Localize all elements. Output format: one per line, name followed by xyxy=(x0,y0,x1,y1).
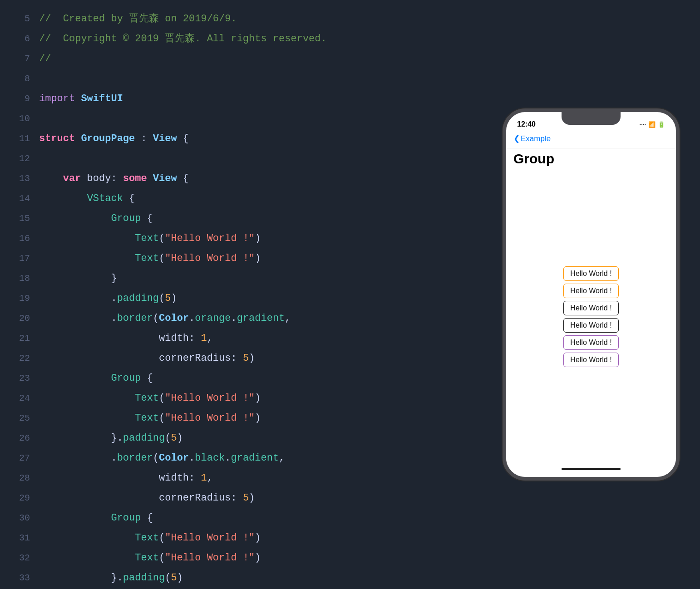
code-token: ) xyxy=(171,293,177,304)
code-line: 16 Text("Hello World !") xyxy=(14,229,468,249)
code-token: . xyxy=(39,293,117,304)
code-token: ( xyxy=(159,393,165,404)
code-line: 21 width: 1, xyxy=(14,329,468,348)
code-token: }. xyxy=(39,572,123,584)
code-token: . xyxy=(39,313,117,324)
home-bar xyxy=(506,464,676,477)
hello-world-box: Hello World ! xyxy=(563,301,618,315)
code-token: . xyxy=(231,313,237,324)
line-content: // xyxy=(39,49,51,69)
code-line: 27 .border(Color.black.gradient, xyxy=(14,448,468,468)
code-token: View xyxy=(153,133,177,144)
line-content: .border(Color.orange.gradient, xyxy=(39,309,291,329)
line-number: 11 xyxy=(14,129,30,149)
code-token: Group xyxy=(111,512,141,524)
code-token: VStack xyxy=(87,193,123,204)
phone-notch xyxy=(562,112,621,125)
code-token xyxy=(39,213,111,224)
line-content: .padding(5) xyxy=(39,289,177,309)
code-token: ) xyxy=(255,233,261,244)
line-content: Text("Hello World !") xyxy=(39,528,261,548)
line-content: Text("Hello World !") xyxy=(39,388,261,408)
code-line: 15 Group { xyxy=(14,209,468,229)
code-token: , xyxy=(207,333,213,344)
wifi-icon: 📶 xyxy=(648,121,656,128)
code-line: 9import SwiftUI xyxy=(14,89,468,109)
phone-screen: 12:40 ···· 📶 🔋 ❮ Example Group Hello Wor… xyxy=(506,112,676,477)
code-token: ) xyxy=(255,532,261,544)
line-number: 6 xyxy=(14,29,30,49)
line-content: Text("Hello World !") xyxy=(39,408,261,428)
code-token xyxy=(39,233,135,244)
code-token: ( xyxy=(165,572,171,584)
chevron-left-icon: ❮ xyxy=(513,134,520,143)
line-number: 14 xyxy=(14,189,30,209)
code-token: ( xyxy=(165,432,171,444)
code-token: Text xyxy=(135,532,159,544)
code-token: width: xyxy=(39,333,201,344)
code-token xyxy=(39,532,135,544)
code-token: 5 xyxy=(171,572,177,584)
line-content: var body: some View { xyxy=(39,169,189,189)
code-token: 5 xyxy=(165,293,171,304)
line-number: 12 xyxy=(14,149,30,169)
code-token: Text xyxy=(135,393,159,404)
code-line: 24 Text("Hello World !") xyxy=(14,388,468,408)
line-content: // Created by 晋先森 on 2019/6/9. xyxy=(39,9,237,29)
nav-bar: ❮ Example xyxy=(506,132,676,148)
code-token xyxy=(39,412,135,424)
code-token: 1 xyxy=(201,472,207,484)
line-number: 33 xyxy=(14,568,30,588)
code-token: Text xyxy=(135,253,159,264)
code-token: ) xyxy=(177,572,183,584)
code-token: body: xyxy=(81,173,123,184)
code-token: ) xyxy=(249,492,255,504)
code-token: ( xyxy=(153,452,159,464)
line-number: 21 xyxy=(14,329,30,348)
nav-back-button[interactable]: ❮ Example xyxy=(513,134,669,143)
line-number: 20 xyxy=(14,309,30,329)
code-token: Text xyxy=(135,552,159,564)
code-token xyxy=(39,253,135,264)
code-token: Text xyxy=(135,233,159,244)
code-token: border xyxy=(117,452,153,464)
code-line: 29 cornerRadius: 5) xyxy=(14,488,468,508)
code-line: 33 }.padding(5) xyxy=(14,568,468,588)
code-token: . xyxy=(189,313,195,324)
line-number: 16 xyxy=(14,229,30,249)
code-token: SwiftUI xyxy=(81,93,123,104)
code-token xyxy=(39,193,87,204)
code-token: : xyxy=(135,133,153,144)
code-line: 10 xyxy=(14,109,468,129)
code-line: 20 .border(Color.orange.gradient, xyxy=(14,309,468,329)
code-token: ) xyxy=(255,552,261,564)
code-token: . xyxy=(39,452,117,464)
code-token: "Hello World !" xyxy=(165,532,255,544)
code-token xyxy=(75,133,81,144)
code-line: 11struct GroupPage : View { xyxy=(14,129,468,149)
code-editor: 5// Created by 晋先森 on 2019/6/9.6// Copyr… xyxy=(0,0,482,589)
code-token: "Hello World !" xyxy=(165,253,255,264)
code-token: width: xyxy=(39,472,201,484)
code-token: { xyxy=(141,373,153,384)
line-content: cornerRadius: 5) xyxy=(39,488,255,508)
code-token: 5 xyxy=(243,353,249,364)
page-title: Group xyxy=(506,148,676,169)
code-token: gradient xyxy=(231,452,279,464)
code-token: // Created by 晋先森 on 2019/6/9. xyxy=(39,13,237,25)
status-icons: ···· 📶 🔋 xyxy=(640,121,665,128)
line-content: import SwiftUI xyxy=(39,89,123,109)
line-content: width: 1, xyxy=(39,329,213,348)
line-content: Group { xyxy=(39,368,153,388)
code-token: // xyxy=(39,53,51,64)
line-number: 32 xyxy=(14,548,30,568)
code-token: ( xyxy=(159,253,165,264)
code-token: ( xyxy=(159,412,165,424)
code-token: . xyxy=(189,452,195,464)
code-line: 25 Text("Hello World !") xyxy=(14,408,468,428)
code-line: 32 Text("Hello World !") xyxy=(14,548,468,568)
code-token xyxy=(147,173,153,184)
code-line: 18 } xyxy=(14,269,468,289)
code-token xyxy=(39,373,111,384)
code-token: ( xyxy=(153,313,159,324)
